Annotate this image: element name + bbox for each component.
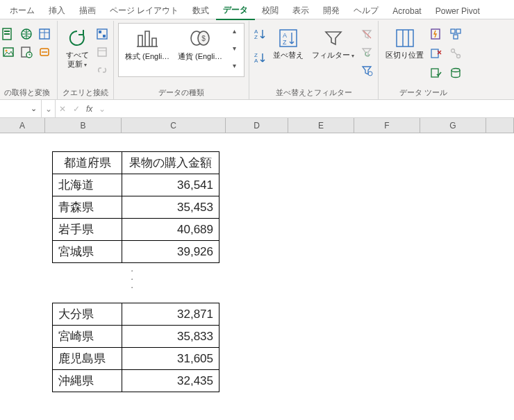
cancel-formula-button[interactable]: ✕	[56, 100, 69, 117]
queries-connections-icon[interactable]	[95, 27, 109, 41]
tab-home[interactable]: ホーム	[3, 2, 42, 19]
cell-amount[interactable]: 40,689	[122, 219, 219, 241]
remove-duplicates-icon[interactable]	[429, 47, 443, 60]
advanced-filter-icon[interactable]	[360, 63, 374, 77]
currencies-data-type[interactable]: $ 通貨 (Engli…	[176, 28, 224, 62]
col-header-c[interactable]: C	[122, 118, 226, 133]
col-header-b[interactable]: B	[45, 118, 122, 133]
tab-data[interactable]: データ	[216, 1, 255, 20]
data-validation-icon[interactable]	[429, 66, 443, 80]
filter-button[interactable]: フィルター▾	[309, 23, 357, 61]
from-text-csv-icon[interactable]	[1, 27, 15, 41]
table-row: 青森県35,453	[53, 196, 219, 219]
properties-icon[interactable]	[95, 45, 109, 59]
cell-amount[interactable]: 31,605	[122, 348, 219, 370]
sort-asc-icon[interactable]: AZ	[254, 27, 267, 41]
fx-label[interactable]: fx	[83, 104, 95, 114]
clear-filter-icon[interactable]	[360, 27, 374, 41]
worksheet-area[interactable]: 都道府県 果物の購入金額 北海道36,541 青森県35,453 岩手県40,6…	[0, 133, 514, 414]
cell-amount[interactable]: 32,871	[122, 303, 219, 326]
sort-dialog-icon: AZ	[277, 27, 299, 49]
svg-rect-37	[431, 49, 438, 58]
cell-amount[interactable]: 36,541	[122, 174, 219, 196]
filter-label: フィルター▾	[312, 51, 354, 60]
relationships-icon[interactable]	[449, 47, 463, 60]
svg-rect-30	[397, 30, 413, 47]
currencies-label: 通貨 (Engli…	[178, 51, 222, 62]
svg-line-42	[454, 52, 457, 55]
tab-developer[interactable]: 開発	[316, 2, 347, 19]
tab-view[interactable]: 表示	[285, 2, 316, 19]
tab-power-pivot[interactable]: Power Pivot	[429, 3, 487, 19]
cell-amount[interactable]: 32,435	[122, 370, 219, 392]
tab-page-layout[interactable]: ページ レイアウト	[103, 2, 185, 19]
sort-button[interactable]: AZ 並べ替え	[270, 23, 306, 61]
from-picture-icon[interactable]	[1, 45, 15, 59]
group-label-data-tools: データ ツール	[383, 86, 464, 98]
formula-bar-row: ⌄ ⌄ ✕ ✓ fx ⌄	[0, 100, 514, 118]
group-label-sort-filter: 並べ替えとフィルター	[254, 86, 374, 98]
svg-point-41	[457, 55, 461, 58]
reapply-filter-icon[interactable]	[360, 45, 374, 59]
cell-pref[interactable]: 沖縄県	[53, 370, 122, 392]
cell-pref[interactable]: 宮城県	[53, 241, 122, 263]
group-label-queries: クエリと接続	[62, 86, 109, 98]
gallery-scroll-up[interactable]: ▴	[233, 28, 236, 35]
tab-draw[interactable]: 描画	[72, 2, 103, 19]
data-table-top: 都道府県 果物の購入金額 北海道36,541 青森県35,453 岩手県40,6…	[52, 151, 219, 263]
group-sort-filter: AZ ZA AZ 並べ替え フィルター▾	[249, 21, 379, 99]
consolidate-icon[interactable]	[449, 27, 463, 41]
recent-sources-icon[interactable]	[19, 45, 33, 59]
ribbon-tabs: ホーム 挿入 描画 ページ レイアウト 数式 データ 校閲 表示 開発 ヘルプ …	[0, 0, 514, 19]
name-box[interactable]: ⌄	[0, 100, 42, 117]
cell-amount[interactable]: 35,453	[122, 196, 219, 219]
col-header-g[interactable]: G	[420, 118, 486, 133]
group-queries-connections: すべて 更新▾ クエリと接続	[58, 21, 114, 99]
cell-pref[interactable]: 宮崎県	[53, 326, 122, 348]
formula-bar-input[interactable]	[109, 100, 514, 117]
text-to-columns-button[interactable]: 区切り位置	[383, 23, 426, 61]
tab-insert[interactable]: 挿入	[42, 2, 72, 19]
from-web-icon[interactable]	[19, 27, 33, 41]
svg-text:A: A	[283, 32, 287, 39]
cell-amount[interactable]: 39,926	[122, 241, 219, 263]
cell-pref[interactable]: 北海道	[53, 174, 122, 196]
namebox-dropdown[interactable]: ⌄	[42, 100, 56, 117]
group-label-get-transform: の取得と変換	[1, 86, 53, 98]
edit-links-icon[interactable]	[95, 63, 109, 77]
table-row: 鹿児島県31,605	[53, 348, 219, 370]
refresh-all-button[interactable]: すべて 更新▾	[62, 23, 92, 70]
header-amount[interactable]: 果物の購入金額	[122, 152, 219, 174]
cell-pref[interactable]: 大分県	[53, 303, 122, 326]
svg-rect-35	[456, 29, 461, 33]
gallery-more[interactable]: ▾	[233, 62, 236, 69]
cell-pref[interactable]: 岩手県	[53, 219, 122, 241]
cell-pref[interactable]: 青森県	[53, 196, 122, 219]
cell-amount[interactable]: 35,833	[122, 326, 219, 348]
col-header-f[interactable]: F	[354, 118, 420, 133]
col-header-a[interactable]: A	[0, 118, 45, 133]
svg-rect-15	[98, 48, 106, 56]
sort-desc-icon[interactable]: ZA	[254, 51, 267, 65]
svg-rect-34	[451, 29, 455, 33]
cell-pref[interactable]: 鹿児島県	[53, 348, 122, 370]
tab-acrobat[interactable]: Acrobat	[386, 3, 428, 19]
stocks-data-type[interactable]: 株式 (Engli…	[123, 28, 172, 62]
col-header-d[interactable]: D	[226, 118, 288, 133]
from-table-range-icon[interactable]	[38, 27, 51, 41]
manage-data-model-icon[interactable]	[449, 66, 463, 80]
enter-formula-button[interactable]: ✓	[69, 100, 83, 117]
tab-review[interactable]: 校閲	[255, 2, 285, 19]
existing-connections-icon[interactable]	[38, 45, 51, 59]
group-data-types: 株式 (Engli… $ 通貨 (Engli… ▴ ▾ ▾ データの種類	[114, 21, 249, 99]
tab-help[interactable]: ヘルプ	[347, 2, 386, 19]
ellipsis-vertical: ・・・	[128, 267, 135, 292]
tab-formulas[interactable]: 数式	[185, 2, 216, 19]
header-prefecture[interactable]: 都道府県	[53, 152, 122, 174]
flash-fill-icon[interactable]	[429, 27, 443, 41]
col-header-h[interactable]	[486, 118, 514, 133]
col-header-e[interactable]: E	[288, 118, 354, 133]
gallery-scroll-down[interactable]: ▾	[233, 45, 236, 52]
group-label-data-types: データの種類	[118, 86, 244, 98]
formula-bar-dropdown[interactable]: ⌄	[95, 100, 109, 117]
